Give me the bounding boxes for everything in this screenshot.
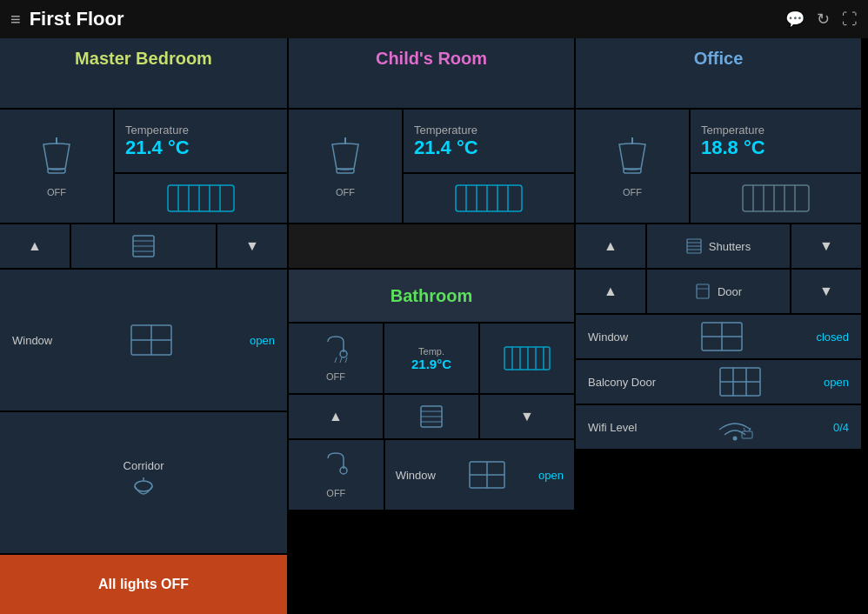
childs-room-header: Child's Room (289, 38, 574, 108)
office-wifi-row: Wifi Level 0/4 (576, 405, 861, 449)
office-header: Office (576, 38, 861, 108)
master-light-status: OFF (47, 187, 66, 197)
master-shutter-up-btn[interactable]: ▲ (0, 224, 70, 268)
childs-temp-radiator: Temperature 21.4 °C (404, 110, 574, 223)
childs-spacer (289, 224, 574, 268)
svg-rect-18 (337, 169, 354, 173)
shower-icon (319, 335, 352, 368)
office-lamp-tile[interactable]: OFF (576, 110, 689, 223)
corridor-label: Corridor (124, 459, 164, 472)
bathroom-shower-status: OFF (326, 371, 345, 382)
master-shutter-icon-tile (71, 224, 216, 268)
office-shutter-row: ▲ Shutters ▼ (576, 224, 861, 268)
header-left: ≡ First Floor (10, 8, 124, 30)
refresh-icon[interactable]: ↻ (817, 10, 830, 29)
bathroom-header: Bathroom (289, 270, 574, 322)
office-door-up-btn[interactable]: ▲ (576, 270, 645, 313)
bathroom-temp-label: Temp. (418, 346, 444, 357)
master-radiator-box[interactable] (115, 174, 287, 223)
office-door-down-btn[interactable]: ▼ (791, 270, 861, 313)
master-shutter-icon (130, 233, 157, 259)
childs-lamp-temp-area: OFF Temperature 21.4 °C (289, 110, 574, 223)
bathroom-light2-tile[interactable]: OFF (289, 440, 384, 510)
bathroom-window-row: OFF Window open (289, 440, 574, 510)
master-corridor-tile: Corridor (0, 412, 287, 553)
office-shutter-down-btn[interactable]: ▼ (791, 224, 861, 268)
office-balcony-status: open (824, 376, 849, 389)
office-window-label: Window (588, 330, 628, 344)
office-balcony-icon (718, 366, 762, 397)
svg-rect-55 (697, 284, 709, 298)
app-header: ≡ First Floor 💬 ↻ ⛶ (0, 0, 868, 38)
bathroom-shutter-up-btn[interactable]: ▲ (289, 395, 383, 438)
master-lamp-tile[interactable]: OFF (0, 110, 113, 223)
bathroom-temp-tile: Temp. 21.9°C (384, 324, 478, 393)
bathroom-section: Bathroom OFF Temp. 21.9°C (289, 270, 574, 614)
master-shutter-down-btn[interactable]: ▼ (217, 224, 287, 268)
office-radiator-icon (741, 182, 811, 215)
office-wifi-label: Wifi Level (588, 421, 637, 434)
childs-lamp-icon (319, 136, 371, 184)
bathroom-window-info: Window open (385, 440, 574, 510)
bathroom-shutter-row: ▲ ▼ (289, 395, 574, 438)
office-window-row: Window closed (576, 315, 861, 358)
childs-radiator-box[interactable] (404, 174, 574, 223)
expand-icon[interactable]: ⛶ (842, 10, 858, 29)
office-wifi-icon (716, 412, 754, 442)
lamp-icon (30, 136, 83, 184)
svg-line-27 (340, 357, 342, 363)
svg-line-26 (335, 357, 337, 363)
bathroom-shutter-icon-tile (384, 395, 478, 438)
bathroom-shutter-down-btn[interactable]: ▼ (480, 395, 574, 438)
office-door-label-tile: Door (647, 270, 790, 313)
childs-radiator-icon (454, 182, 524, 215)
master-window-status: open (250, 334, 275, 347)
all-lights-tile[interactable]: All lights OFF (0, 555, 287, 614)
menu-icon[interactable]: ≡ (10, 10, 21, 30)
bathroom-temp-value: 21.9°C (411, 357, 451, 371)
office-shutters-label: Shutters (709, 240, 751, 253)
bathroom-light-icon (319, 451, 352, 484)
bathroom-radiator-icon (503, 345, 551, 371)
bathroom-devices-row: OFF Temp. 21.9°C (289, 324, 574, 393)
master-bedroom-header: Master Bedroom (0, 38, 287, 108)
svg-line-28 (345, 357, 347, 363)
bathroom-radiator-tile[interactable] (480, 324, 574, 393)
office-temp-radiator: Temperature 18.8 °C (691, 110, 861, 223)
bathroom-light-status: OFF (326, 488, 345, 498)
childs-lamp-tile[interactable]: OFF (289, 110, 402, 223)
office-window-icon (700, 321, 744, 352)
main-grid: Master Bedroom OFF Temperature 21.4 °C (0, 38, 868, 614)
office-wifi-value: 0/4 (833, 421, 849, 434)
master-lamp-temp-area: OFF Temperature 21.4 °C (0, 110, 287, 223)
office-shutters-label-tile: Shutters (647, 224, 790, 268)
office-column: Office OFF Temperature 18.8 °C (576, 38, 861, 614)
bathroom-window-icon (468, 460, 506, 490)
page-title: First Floor (30, 8, 124, 30)
office-lamp-icon (606, 136, 658, 184)
master-shutter-up-row: ▲ ▼ (0, 224, 287, 268)
master-window-label: Window (12, 334, 52, 347)
office-lamp-temp-area: OFF Temperature 18.8 °C (576, 110, 861, 223)
bathroom-shower-tile[interactable]: OFF (289, 324, 383, 393)
office-door-label: Door (718, 285, 742, 298)
childs-room-column: Child's Room OFF Temperature 21.4 °C (289, 38, 574, 614)
childs-temp-box: Temperature 21.4 °C (404, 110, 574, 172)
office-door-row: ▲ Door ▼ (576, 270, 861, 313)
bathroom-shutter-icon (419, 404, 444, 429)
master-bedroom-column: Master Bedroom OFF Temperature 21.4 °C (0, 38, 287, 614)
office-light-status: OFF (623, 187, 642, 197)
svg-line-66 (744, 428, 745, 431)
svg-rect-29 (504, 347, 550, 370)
office-radiator-box[interactable] (691, 174, 861, 223)
office-shutter-up-btn[interactable]: ▲ (576, 224, 645, 268)
office-temp-box: Temperature 18.8 °C (691, 110, 861, 172)
master-temp-radiator: Temperature 21.4 °C (115, 110, 287, 223)
chat-icon[interactable]: 💬 (785, 10, 805, 29)
bathroom-window-status: open (538, 469, 564, 482)
svg-rect-65 (742, 431, 752, 438)
all-lights-button[interactable]: All lights OFF (0, 555, 287, 614)
master-temp-box: Temperature 21.4 °C (115, 110, 287, 172)
master-window-icon (130, 324, 173, 357)
office-window-status: closed (816, 330, 849, 344)
